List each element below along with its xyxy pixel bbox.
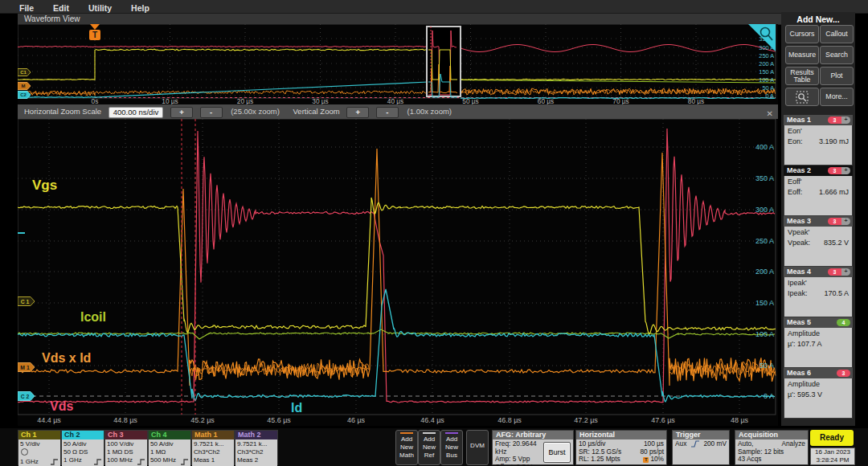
bandwidth-filter-icon [94,459,102,465]
svg-text:150 A: 150 A [755,299,774,307]
add-new-ref-button[interactable]: AddNewRef [418,430,440,465]
svg-text:M: M [22,84,26,88]
zoom-scale-input[interactable]: 400.00 ns/div [108,107,164,118]
channel-marker[interactable]: C2 [18,92,31,99]
channel-marker[interactable]: C 1 [18,297,35,306]
measurement-badge-meas-1[interactable]: Meas 13+Eon'Eon:3.190 mJ [784,115,853,163]
add-callout-button[interactable]: Callout [820,25,854,43]
channel-name: Ch 3 [105,431,147,439]
measurement-badge-meas-4[interactable]: Meas 43+Ipeak'Ipeak:170.5 A [784,267,853,315]
svg-text:Id: Id [291,401,302,415]
svg-text:100 A: 100 A [755,330,774,338]
time-text: 3:28:24 PM [811,456,854,464]
measurement-name: Meas 43+ [784,267,853,277]
svg-text:50 µs: 50 µs [462,97,478,104]
ready-status-button[interactable]: Ready [810,430,854,446]
add-cursors-button[interactable]: Cursors [785,25,819,43]
v-zoom-minus-button[interactable]: - [376,107,399,118]
channel-name: Math 1 [192,431,234,439]
measurement-line1: Ipeak' [788,279,849,287]
svg-text:C 2: C 2 [21,394,30,399]
svg-text:10 µs: 10 µs [162,97,178,104]
v-zoom-plus-button[interactable]: + [346,107,369,118]
burst-button[interactable]: Burst [543,442,571,463]
measurement-value: 1.666 mJ [819,188,849,196]
svg-text:C1: C1 [20,70,27,75]
measurement-badge-meas-6[interactable]: Meas 63Amplitudeµ': 595.3 V [784,368,853,416]
channel-name: Ch 4 [149,431,190,439]
overview-plot-container: TC1MC20s10 µs20 µs30 µs40 µs50 µs60 µs70… [18,24,778,104]
more-button[interactable]: More... [820,88,854,106]
channel-badge-math-1[interactable]: Math 19.7521 k...Ch3*Ch2Meas 1 [191,430,235,465]
svg-text:C 1: C 1 [21,299,30,305]
channel-setting-row: 9.7521 k... [194,440,232,448]
add-results-table-button[interactable]: Results Table [785,67,819,85]
menu-item-help[interactable]: Help [131,2,149,13]
measurement-line1: Eon' [788,127,849,135]
h-zoom-plus-button[interactable]: + [170,107,193,118]
acquisition-panel[interactable]: Acquisition Auto, Analyze Sample: 12 bit… [735,430,809,465]
svg-text:46.4 µs: 46.4 µs [420,416,444,424]
svg-text:0 A: 0 A [765,92,774,100]
measurement-line1: Amplitude [788,380,849,388]
add-new-bus-button[interactable]: AddNewBus [440,430,463,465]
svg-text:60 µs: 60 µs [538,97,554,104]
menu-item-utility[interactable]: Utility [88,2,112,13]
dvm-button[interactable]: DVM [466,430,489,465]
overview-plot[interactable]: TC1MC20s10 µs20 µs30 µs40 µs50 µs60 µs70… [18,24,778,104]
svg-text:70 µs: 70 µs [612,97,628,104]
measurement-line1: Amplitude [788,329,849,337]
horizontal-zoom-bar: Horizontal Zoom Scale 400.00 ns/div + - … [18,104,778,119]
channel-badge-ch-4[interactable]: Ch 450 A/div1 MΩ500 MHz [148,430,191,465]
add-measure-button[interactable]: Measure [785,46,819,64]
channel-setting-row: Meas 1 [194,456,232,464]
bandwidth-filter-icon [51,459,59,465]
close-zoom-icon[interactable]: ✕ [767,109,773,118]
channel-marker[interactable]: C1 [18,69,31,76]
results-bar: Add New... CursorsCalloutMeasureSearchRe… [781,12,855,426]
afg-panel[interactable]: AFG: Arbitrary Freq: 20.9644 kHz Amp: 5 … [492,430,574,465]
channel-marker[interactable]: M 1 [18,363,35,372]
channel-badge-ch-1[interactable]: Ch 15 V/div1 GHz [18,430,61,465]
add-new-math-button[interactable]: AddNewMath [395,430,418,465]
trigger-level: 200 mV [703,440,727,448]
channel-setting-row: Ch3*Ch2 [237,448,276,456]
measurement-badge-meas-3[interactable]: Meas 33+Vpeak'Vpeak:835.2 V [784,216,853,264]
add-plot-button[interactable]: Plot [820,67,854,85]
source-badge: 4 [837,319,850,326]
h-zoom-minus-button[interactable]: - [200,107,223,118]
afg-freq: Freq: 20.9644 kHz [495,440,545,456]
h-zoom-readout: (25.00x zoom) [231,107,280,116]
menu-item-edit[interactable]: Edit [53,2,69,13]
main-plot[interactable]: C 1M 1C 2VgsIcoilVds x IdVdsId44.4 µs44.… [18,119,778,426]
svg-text:44.8 µs: 44.8 µs [113,416,137,424]
channel-setting-row: 100 V/div [107,440,145,448]
channel-badge-ch-3[interactable]: Ch 3100 V/div1 MΩ DS100 MHz [104,430,148,465]
channel-badge-ch-2[interactable]: Ch 250 A/div50 Ω DS1 GHz [61,430,104,465]
probe-icon [21,448,28,456]
channel-setting-row: 50 A/div [63,440,102,448]
channel-marker[interactable]: C 2 [18,392,35,401]
menu-item-file[interactable]: File [19,2,34,13]
rising-edge-icon [691,440,699,448]
measurement-value: 3.190 mJ [819,137,849,145]
svg-text:48 µs: 48 µs [731,416,749,424]
channel-badge-math-2[interactable]: Math 29.7521 k...Ch3*Ch2Meas 2 [235,430,278,465]
channel-setting-row: 9.7521 k... [237,440,276,448]
date-text: 16 Jan 2023 [811,448,854,456]
horizontal-panel[interactable]: Horizontal 10 µs/div 100 µs SR: 12.5 GS/… [575,430,667,465]
measurement-badge-meas-5[interactable]: Meas 54Amplitudeµ': 107.7 A [784,317,853,366]
measurement-value: µ': 595.3 V [788,390,849,399]
svg-text:46 µs: 46 µs [347,416,366,424]
measurement-badge-meas-2[interactable]: Meas 23+Eoff'Eoff:1.666 mJ [784,166,853,214]
svg-text:T: T [92,31,97,39]
trigger-panel[interactable]: Trigger Aux 200 mV [672,430,730,465]
menu-bar: FileEditUtilityHelp [0,0,868,14]
source-badge: 3+ [828,268,850,276]
svg-text:300 A: 300 A [755,206,774,214]
channel-marker[interactable]: M [18,83,31,90]
area-zoom-icon[interactable] [785,88,819,106]
measurement-label: Eon: [788,137,803,145]
add-search-button[interactable]: Search [820,46,854,64]
channel-setting-row: 1 MΩ DS [107,448,145,456]
